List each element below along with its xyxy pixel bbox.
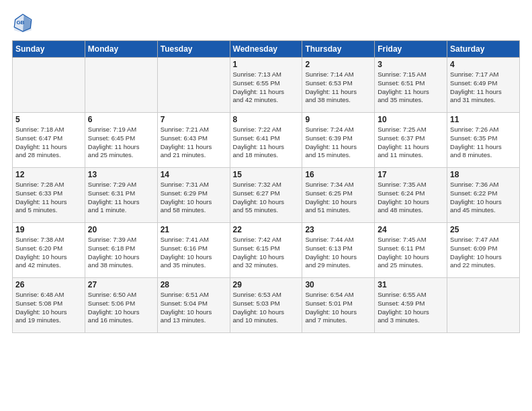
cell-details: Sunrise: 7:42 AM Sunset: 6:15 PM Dayligh…: [233, 236, 300, 270]
day-number: 13: [88, 170, 154, 179]
cell-details: Sunrise: 7:17 AM Sunset: 6:49 PM Dayligh…: [450, 71, 517, 105]
cell-details: Sunrise: 6:50 AM Sunset: 5:06 PM Dayligh…: [88, 291, 154, 325]
cell-details: Sunrise: 6:51 AM Sunset: 5:04 PM Dayligh…: [161, 291, 227, 325]
day-number: 20: [88, 225, 154, 234]
day-number: 2: [305, 60, 371, 69]
day-number: 6: [88, 115, 154, 124]
cell-details: Sunrise: 7:15 AM Sunset: 6:51 PM Dayligh…: [378, 71, 444, 105]
day-number: 28: [161, 280, 227, 289]
calendar-week-row: 1Sunrise: 7:13 AM Sunset: 6:55 PM Daylig…: [13, 58, 520, 113]
calendar-cell: 2Sunrise: 7:14 AM Sunset: 6:53 PM Daylig…: [302, 58, 375, 113]
calendar-table: SundayMondayTuesdayWednesdayThursdayFrid…: [12, 40, 520, 333]
weekday-header-monday: Monday: [85, 41, 157, 58]
cell-details: Sunrise: 7:47 AM Sunset: 6:09 PM Dayligh…: [450, 236, 517, 270]
day-number: 21: [161, 225, 227, 234]
weekday-header-wednesday: Wednesday: [230, 41, 302, 58]
cell-details: Sunrise: 7:31 AM Sunset: 6:29 PM Dayligh…: [161, 181, 227, 215]
cell-details: Sunrise: 6:53 AM Sunset: 5:03 PM Dayligh…: [233, 291, 300, 325]
calendar-week-row: 12Sunrise: 7:28 AM Sunset: 6:33 PM Dayli…: [13, 168, 520, 223]
cell-details: Sunrise: 6:54 AM Sunset: 5:01 PM Dayligh…: [305, 291, 371, 325]
calendar-cell: 31Sunrise: 6:55 AM Sunset: 4:59 PM Dayli…: [375, 278, 447, 333]
calendar-header-row: SundayMondayTuesdayWednesdayThursdayFrid…: [13, 41, 520, 58]
calendar-cell: 15Sunrise: 7:32 AM Sunset: 6:27 PM Dayli…: [230, 168, 302, 223]
calendar-cell: [13, 58, 85, 113]
day-number: 12: [15, 170, 82, 179]
day-number: 7: [161, 115, 227, 124]
cell-details: Sunrise: 7:29 AM Sunset: 6:31 PM Dayligh…: [88, 181, 154, 215]
calendar-cell: 26Sunrise: 6:48 AM Sunset: 5:08 PM Dayli…: [13, 278, 85, 333]
cell-details: Sunrise: 7:26 AM Sunset: 6:35 PM Dayligh…: [450, 126, 517, 160]
calendar-cell: [157, 58, 230, 113]
weekday-header-saturday: Saturday: [447, 41, 520, 58]
day-number: 8: [233, 115, 300, 124]
cell-details: Sunrise: 7:45 AM Sunset: 6:11 PM Dayligh…: [378, 236, 444, 270]
calendar-cell: 23Sunrise: 7:44 AM Sunset: 6:13 PM Dayli…: [302, 223, 375, 278]
calendar-cell: 22Sunrise: 7:42 AM Sunset: 6:15 PM Dayli…: [230, 223, 302, 278]
calendar-cell: 5Sunrise: 7:18 AM Sunset: 6:47 PM Daylig…: [13, 113, 85, 168]
day-number: 11: [450, 115, 517, 124]
calendar-cell: 9Sunrise: 7:24 AM Sunset: 6:39 PM Daylig…: [302, 113, 375, 168]
cell-details: Sunrise: 7:24 AM Sunset: 6:39 PM Dayligh…: [305, 126, 371, 160]
weekday-header-thursday: Thursday: [302, 41, 375, 58]
weekday-header-friday: Friday: [375, 41, 447, 58]
day-number: 24: [378, 225, 444, 234]
cell-details: Sunrise: 7:32 AM Sunset: 6:27 PM Dayligh…: [233, 181, 300, 215]
calendar-cell: 28Sunrise: 6:51 AM Sunset: 5:04 PM Dayli…: [157, 278, 230, 333]
weekday-header-sunday: Sunday: [13, 41, 85, 58]
calendar-cell: 11Sunrise: 7:26 AM Sunset: 6:35 PM Dayli…: [447, 113, 520, 168]
day-number: 3: [378, 60, 444, 69]
calendar-cell: 12Sunrise: 7:28 AM Sunset: 6:33 PM Dayli…: [13, 168, 85, 223]
day-number: 4: [450, 60, 517, 69]
calendar-week-row: 5Sunrise: 7:18 AM Sunset: 6:47 PM Daylig…: [13, 113, 520, 168]
cell-details: Sunrise: 6:55 AM Sunset: 4:59 PM Dayligh…: [378, 291, 444, 325]
cell-details: Sunrise: 7:36 AM Sunset: 6:22 PM Dayligh…: [450, 181, 517, 215]
cell-details: Sunrise: 7:34 AM Sunset: 6:25 PM Dayligh…: [305, 181, 371, 215]
calendar-cell: [85, 58, 157, 113]
cell-details: Sunrise: 7:13 AM Sunset: 6:55 PM Dayligh…: [233, 71, 300, 105]
calendar-body: 1Sunrise: 7:13 AM Sunset: 6:55 PM Daylig…: [13, 58, 520, 333]
calendar-cell: 30Sunrise: 6:54 AM Sunset: 5:01 PM Dayli…: [302, 278, 375, 333]
calendar-cell: 8Sunrise: 7:22 AM Sunset: 6:41 PM Daylig…: [230, 113, 302, 168]
cell-details: Sunrise: 7:41 AM Sunset: 6:16 PM Dayligh…: [161, 236, 227, 270]
day-number: 15: [233, 170, 300, 179]
day-number: 1: [233, 60, 300, 69]
day-number: 31: [378, 280, 444, 289]
calendar-cell: [447, 278, 520, 333]
calendar-cell: 10Sunrise: 7:25 AM Sunset: 6:37 PM Dayli…: [375, 113, 447, 168]
cell-details: Sunrise: 7:14 AM Sunset: 6:53 PM Dayligh…: [305, 71, 371, 105]
calendar-cell: 27Sunrise: 6:50 AM Sunset: 5:06 PM Dayli…: [85, 278, 157, 333]
calendar-cell: 16Sunrise: 7:34 AM Sunset: 6:25 PM Dayli…: [302, 168, 375, 223]
day-number: 16: [305, 170, 371, 179]
calendar-cell: 1Sunrise: 7:13 AM Sunset: 6:55 PM Daylig…: [230, 58, 302, 113]
cell-details: Sunrise: 7:44 AM Sunset: 6:13 PM Dayligh…: [305, 236, 371, 270]
calendar-cell: 25Sunrise: 7:47 AM Sunset: 6:09 PM Dayli…: [447, 223, 520, 278]
day-number: 22: [233, 225, 300, 234]
calendar-cell: 13Sunrise: 7:29 AM Sunset: 6:31 PM Dayli…: [85, 168, 157, 223]
calendar-cell: 21Sunrise: 7:41 AM Sunset: 6:16 PM Dayli…: [157, 223, 230, 278]
logo-icon: GB: [12, 12, 34, 34]
day-number: 10: [378, 115, 444, 124]
day-number: 26: [15, 280, 82, 289]
cell-details: Sunrise: 7:18 AM Sunset: 6:47 PM Dayligh…: [15, 126, 82, 160]
day-number: 30: [305, 280, 371, 289]
calendar-cell: 14Sunrise: 7:31 AM Sunset: 6:29 PM Dayli…: [157, 168, 230, 223]
day-number: 14: [161, 170, 227, 179]
calendar-cell: 17Sunrise: 7:35 AM Sunset: 6:24 PM Dayli…: [375, 168, 447, 223]
calendar-cell: 18Sunrise: 7:36 AM Sunset: 6:22 PM Dayli…: [447, 168, 520, 223]
day-number: 18: [450, 170, 517, 179]
day-number: 23: [305, 225, 371, 234]
cell-details: Sunrise: 7:22 AM Sunset: 6:41 PM Dayligh…: [233, 126, 300, 160]
calendar-cell: 19Sunrise: 7:38 AM Sunset: 6:20 PM Dayli…: [13, 223, 85, 278]
day-number: 29: [233, 280, 300, 289]
day-number: 17: [378, 170, 444, 179]
day-number: 19: [15, 225, 82, 234]
cell-details: Sunrise: 7:39 AM Sunset: 6:18 PM Dayligh…: [88, 236, 154, 270]
calendar-cell: 20Sunrise: 7:39 AM Sunset: 6:18 PM Dayli…: [85, 223, 157, 278]
day-number: 25: [450, 225, 517, 234]
cell-details: Sunrise: 7:21 AM Sunset: 6:43 PM Dayligh…: [161, 126, 227, 160]
header: GB: [12, 12, 520, 34]
calendar-cell: 4Sunrise: 7:17 AM Sunset: 6:49 PM Daylig…: [447, 58, 520, 113]
svg-text:GB: GB: [16, 19, 24, 26]
day-number: 5: [15, 115, 82, 124]
calendar-cell: 3Sunrise: 7:15 AM Sunset: 6:51 PM Daylig…: [375, 58, 447, 113]
